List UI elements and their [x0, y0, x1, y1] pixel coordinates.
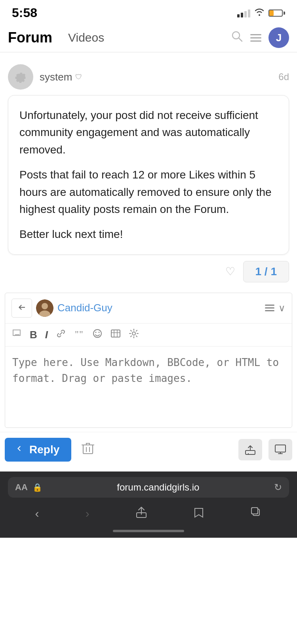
post-footer: ♡ 1 / 1 — [8, 259, 289, 285]
browser-url-row: AA 🔒 forum.candidgirls.io ↻ — [8, 477, 289, 498]
toolbar-table-icon[interactable] — [110, 328, 121, 341]
svg-point-14 — [132, 332, 135, 335]
browser-bookmarks-button[interactable] — [187, 504, 211, 524]
trash-icon — [82, 445, 94, 458]
navbar: Forum Videos J — [0, 23, 297, 52]
battery-icon — [268, 10, 285, 17]
browser-bar: AA 🔒 forum.candidgirls.io ↻ ‹ › — [0, 472, 297, 538]
post-time: 6d — [278, 71, 289, 82]
post-area: system 🛡 6d Unfortunately, your post did… — [0, 52, 297, 289]
reply-btn-icon — [17, 444, 25, 455]
browser-forward-button[interactable]: › — [79, 504, 96, 523]
svg-point-9 — [99, 332, 100, 333]
svg-text:": " — [79, 329, 83, 339]
svg-point-3 — [42, 303, 48, 309]
message-paragraph-1: Unfortunately, your post did not receive… — [19, 107, 278, 158]
svg-line-1 — [239, 38, 242, 41]
editor-toolbar: B I " " — [5, 324, 292, 347]
browser-reload-button[interactable]: ↻ — [274, 482, 282, 493]
reply-username[interactable]: Candid-Guy — [57, 302, 261, 314]
gear-icon — [13, 69, 28, 85]
pagination-total: 1 — [270, 265, 277, 278]
pagination-sep: / — [261, 265, 270, 278]
system-avatar — [8, 64, 33, 90]
toolbar-italic-icon[interactable]: I — [45, 329, 48, 341]
system-post-info: system 🛡 — [40, 71, 278, 83]
reply-user-bar: Candid-Guy ∨ — [5, 293, 292, 324]
menu-icon[interactable] — [250, 34, 261, 42]
toolbar-gear-icon[interactable] — [129, 328, 139, 341]
home-indicator — [113, 530, 184, 532]
browser-nav-row: ‹ › — [8, 498, 289, 527]
browser-aa-button[interactable]: AA — [15, 482, 28, 493]
svg-rect-27 — [252, 508, 257, 514]
videos-link[interactable]: Videos — [68, 31, 230, 44]
system-message-box: Unfortunately, your post did not receive… — [8, 95, 289, 255]
browser-lock-icon: 🔒 — [32, 483, 42, 492]
svg-rect-15 — [83, 445, 93, 454]
shield-icon: 🛡 — [75, 73, 82, 81]
message-paragraph-3: Better luck next time! — [19, 226, 278, 243]
reply-label: Reply — [29, 443, 59, 456]
candid-guy-avatar — [36, 299, 53, 317]
system-username: system — [40, 71, 72, 83]
toolbar-quote-icon[interactable]: " " — [74, 328, 84, 341]
monitor-button[interactable] — [268, 439, 292, 460]
browser-back-button[interactable]: ‹ — [29, 504, 46, 523]
search-icon[interactable] — [230, 30, 243, 46]
svg-rect-21 — [275, 445, 286, 452]
system-post-header: system 🛡 6d — [8, 64, 289, 90]
signal-icon — [237, 9, 250, 17]
status-time: 5:58 — [12, 6, 37, 20]
system-name-row: system 🛡 — [40, 71, 278, 83]
toolbar-bold-icon[interactable]: B — [30, 329, 37, 341]
upload-button[interactable] — [238, 439, 262, 460]
reply-menu-icon[interactable] — [265, 305, 274, 311]
browser-url-text[interactable]: forum.candidgirls.io — [47, 482, 269, 493]
toolbar-link-icon[interactable] — [56, 328, 66, 341]
browser-tabs-button[interactable] — [244, 504, 268, 524]
toolbar-emoji-icon[interactable] — [92, 328, 103, 341]
svg-point-8 — [95, 332, 97, 333]
wifi-icon — [254, 8, 265, 18]
trash-button[interactable] — [78, 438, 98, 462]
pagination-text: 1 — [255, 265, 262, 278]
like-icon[interactable]: ♡ — [225, 265, 235, 278]
status-bar: 5:58 — [0, 0, 297, 23]
reply-chevron-icon[interactable]: ∨ — [278, 303, 286, 314]
status-icons — [237, 8, 285, 18]
reply-button[interactable]: Reply — [5, 438, 71, 462]
reply-user-avatar — [36, 299, 53, 317]
forum-title: Forum — [8, 29, 52, 46]
browser-share-button[interactable] — [129, 503, 153, 524]
system-post: system 🛡 6d Unfortunately, your post did… — [8, 64, 289, 285]
message-paragraph-2: Posts that fail to reach 12 or more Like… — [19, 166, 278, 218]
toolbar-chat-icon[interactable] — [11, 328, 22, 341]
svg-rect-19 — [246, 450, 255, 454]
nav-icons: J — [230, 27, 289, 48]
svg-rect-10 — [111, 330, 120, 337]
user-avatar[interactable]: J — [268, 27, 289, 48]
pagination[interactable]: 1 / 1 — [243, 261, 289, 282]
reply-arrow-button[interactable] — [11, 299, 32, 318]
action-bar: Reply — [0, 432, 297, 468]
editor-textarea[interactable] — [5, 347, 292, 426]
reply-editor-section: Candid-Guy ∨ B I " " — [5, 293, 292, 428]
svg-text:": " — [75, 329, 79, 339]
